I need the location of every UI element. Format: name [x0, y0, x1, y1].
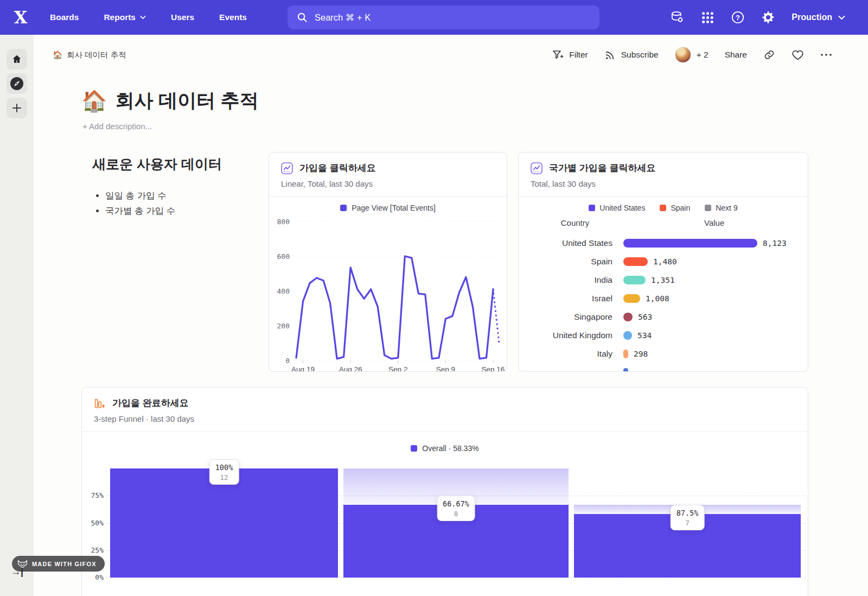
page-title: 🏠 회사 데이터 추적 [81, 88, 259, 113]
bar-list-row[interactable]: Israel1,008 [519, 289, 808, 308]
add-description-field[interactable]: + Add description... [82, 122, 152, 131]
nav-item-reports[interactable]: Reports [104, 12, 146, 22]
funnel-plot[interactable]: 100%1266.67%887.5%7 [110, 468, 803, 578]
nav-item-label: Boards [50, 12, 79, 22]
bar-list-rows: United States8,123Spain1,480India1,351Is… [519, 234, 808, 372]
home-button[interactable] [7, 49, 27, 69]
y-axis-label: 50% [82, 519, 104, 527]
row-value: 534 [637, 331, 652, 340]
text-widget[interactable]: 새로운 사용자 데이터 일일 총 가입 수국가별 총 가입 수 [92, 155, 277, 218]
legend-item[interactable]: United States [589, 204, 645, 212]
search-icon [297, 12, 308, 23]
rss-icon [604, 49, 616, 61]
ellipsis-icon [820, 53, 832, 56]
discover-button[interactable] [7, 73, 27, 94]
apps-grid-icon[interactable] [700, 10, 714, 24]
heart-icon [792, 49, 804, 61]
svg-text:800: 800 [277, 218, 290, 226]
bar-list-columns: Country Value [519, 218, 808, 229]
line-chart-plot[interactable]: 0200400600800Aug 19Aug 26Sep 2Sep 9Sep 1… [269, 215, 507, 372]
nav-item-events[interactable]: Events [219, 12, 247, 22]
more-options-button[interactable] [820, 53, 832, 56]
row-country-label: Italy [519, 349, 623, 359]
bar-chart-card[interactable]: 국가별 가입을 클릭하세요 Total, last 30 days United… [518, 152, 808, 372]
tooltip-conversion: 66.67% [443, 499, 469, 508]
legend-label: Spain [671, 204, 690, 212]
project-name: Prouction [792, 12, 832, 22]
row-country-label: Singapore [519, 312, 623, 322]
topbar-actions: ? Prouction [670, 0, 868, 35]
y-axis-label: 0% [82, 573, 104, 581]
bar-list-row[interactable] [519, 363, 808, 372]
filter-label: Filter [569, 50, 588, 60]
bar-list-row[interactable]: United Kingdom534 [519, 326, 808, 345]
mixpanel-logo[interactable]: X [11, 8, 30, 27]
share-button[interactable]: Share [725, 50, 747, 60]
svg-text:400: 400 [277, 287, 290, 295]
skip-to-content-glyph[interactable]: →| [11, 566, 23, 578]
data-management-icon[interactable] [670, 10, 684, 24]
row-bar [623, 350, 628, 358]
text-widget-bullets: 일일 총 가입 수국가별 총 가입 수 [92, 188, 277, 218]
svg-text:Aug 26: Aug 26 [339, 365, 362, 372]
funnel-step-2[interactable]: 66.67%8 [343, 468, 569, 578]
card-subtitle: 3-step Funnel · last 30 days [94, 414, 796, 423]
y-axis-label: 75% [82, 491, 104, 499]
bar-list-row[interactable]: United States8,123 [519, 234, 808, 252]
board-members[interactable]: + 2 [675, 47, 709, 63]
primary-nav: BoardsReportsUsersEvents [50, 0, 247, 35]
bar-list-row[interactable]: India1,351 [519, 271, 808, 289]
help-icon[interactable]: ? [731, 10, 745, 24]
row-country-label: United Kingdom [519, 331, 623, 340]
chevron-down-icon [140, 15, 146, 20]
legend-label: Overall · 58.33% [422, 444, 478, 453]
bar-list-row[interactable]: Singapore563 [519, 308, 808, 326]
divider [269, 196, 507, 196]
gifox-badge[interactable]: MADE WITH GIFOX [12, 556, 105, 572]
row-country-label: Israel [519, 294, 623, 303]
search-input[interactable]: Search ⌘ + K [288, 5, 599, 29]
funnel-chart-card[interactable]: 가입을 완료하세요 3-step Funnel · last 30 days O… [81, 387, 808, 596]
row-bar [623, 257, 648, 266]
funnel-step-1[interactable]: 100%12 [110, 468, 338, 578]
nav-item-boards[interactable]: Boards [50, 12, 79, 22]
home-icon [11, 54, 22, 65]
row-bar [623, 239, 757, 248]
legend-item[interactable]: Next 9 [705, 204, 737, 212]
nav-item-users[interactable]: Users [171, 12, 194, 22]
legend-swatch [705, 205, 711, 211]
row-country-label: India [519, 275, 623, 285]
svg-text:Aug 19: Aug 19 [291, 365, 315, 372]
gifox-label: MADE WITH GIFOX [32, 561, 97, 567]
filter-button[interactable]: Filter [552, 49, 588, 61]
tooltip-count: 12 [215, 473, 233, 481]
card-subtitle: Total, last 30 days [531, 179, 796, 188]
copy-link-button[interactable] [763, 49, 775, 61]
breadcrumb[interactable]: 🏠 회사 데이터 추적 [53, 50, 126, 60]
legend-item[interactable]: Spain [660, 204, 690, 212]
svg-text:200: 200 [277, 322, 290, 330]
row-value: 8,123 [763, 239, 787, 248]
card-title: 가입을 클릭하세요 [299, 162, 376, 174]
funnel-step-3[interactable]: 87.5%7 [574, 468, 801, 578]
favorite-button[interactable] [792, 49, 804, 61]
bar-list-row[interactable]: Spain1,480 [519, 252, 808, 271]
project-switcher[interactable]: Prouction [792, 12, 845, 22]
svg-text:Sep 9: Sep 9 [436, 365, 455, 372]
line-chart-card[interactable]: 가입을 클릭하세요 Linear, Total, last 30 days Pa… [269, 152, 507, 372]
row-value: 298 [634, 350, 648, 358]
chevron-down-icon [838, 15, 845, 20]
bar-list-row[interactable]: Italy298 [519, 345, 808, 363]
page-title-emoji: 🏠 [81, 89, 107, 113]
card-title: 가입을 완료하세요 [112, 397, 189, 409]
card-subtitle: Linear, Total, last 30 days [281, 179, 495, 188]
subscribe-button[interactable]: Subscribe [604, 49, 659, 61]
line-chart-legend: Page View [Total Events] [269, 204, 507, 212]
settings-gear-icon[interactable] [761, 10, 775, 24]
line-chart-icon [281, 162, 293, 174]
funnel-icon [94, 397, 106, 409]
legend-label: Next 9 [716, 204, 737, 212]
svg-text:0: 0 [285, 357, 290, 365]
funnel-legend: Overall · 58.33% [82, 444, 808, 453]
add-board-button[interactable] [7, 98, 27, 118]
